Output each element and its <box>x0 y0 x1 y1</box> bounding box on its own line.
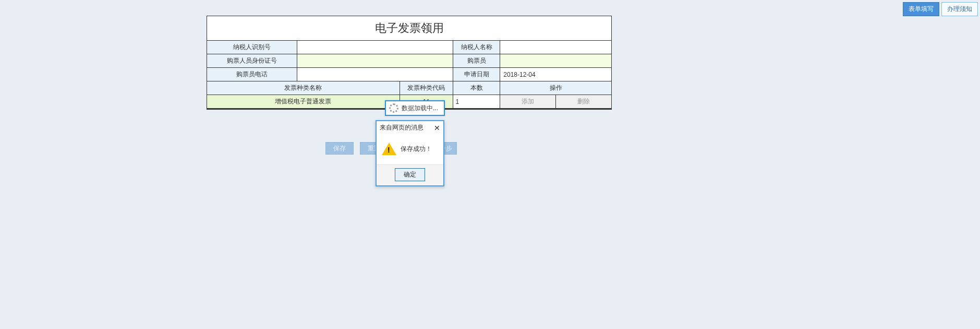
invoice-type-select[interactable]: 增值税电子普通发票 <box>207 95 400 108</box>
value-taxpayer-id <box>297 41 454 54</box>
dialog-title: 来自网页的消息 <box>380 123 424 132</box>
label-taxpayer-name: 纳税人名称 <box>453 41 500 54</box>
value-purchaser <box>500 54 611 67</box>
col-operation: 操作 <box>500 81 611 95</box>
loading-text: 数据加载中... <box>402 104 438 113</box>
tab-form-fill[interactable]: 表单填写 <box>903 2 939 16</box>
ok-button[interactable]: 确定 <box>395 168 425 181</box>
warning-icon <box>382 143 396 155</box>
delete-button[interactable]: 删除 <box>556 95 611 108</box>
label-purchaser: 购票员 <box>453 54 500 67</box>
message-dialog: 来自网页的消息 ✕ 保存成功！ 确定 <box>376 120 444 186</box>
dialog-message: 保存成功！ <box>401 145 432 154</box>
save-button[interactable]: 保存 <box>325 142 354 155</box>
label-apply-date: 申请日期 <box>453 68 500 81</box>
value-purchaser-phone <box>297 68 454 81</box>
value-taxpayer-name <box>500 41 611 54</box>
spinner-icon <box>389 103 398 113</box>
col-count: 本数 <box>453 81 500 95</box>
page-title: 电子发票领用 <box>207 16 611 41</box>
tab-process-notice[interactable]: 办理须知 <box>941 2 978 16</box>
close-icon[interactable]: ✕ <box>434 124 440 132</box>
label-purchaser-phone: 购票员电话 <box>207 68 297 81</box>
col-invoice-type-code: 发票种类代码 <box>400 81 454 95</box>
main-panel: 电子发票领用 纳税人识别号 纳税人名称 购票人员身份证号 购票员 购票员电话 申… <box>207 16 612 110</box>
value-apply-date: 2018-12-04 <box>500 68 611 81</box>
loading-toast: 数据加载中... <box>385 100 445 116</box>
invoice-type-name: 增值税电子普通发票 <box>275 97 331 106</box>
label-purchaser-idno: 购票人员身份证号 <box>207 54 297 67</box>
add-button[interactable]: 添加 <box>500 95 556 108</box>
col-invoice-type-name: 发票种类名称 <box>207 81 400 95</box>
count-input[interactable]: 1 <box>453 95 500 108</box>
label-taxpayer-id: 纳税人识别号 <box>207 41 297 54</box>
value-purchaser-idno <box>297 54 454 67</box>
